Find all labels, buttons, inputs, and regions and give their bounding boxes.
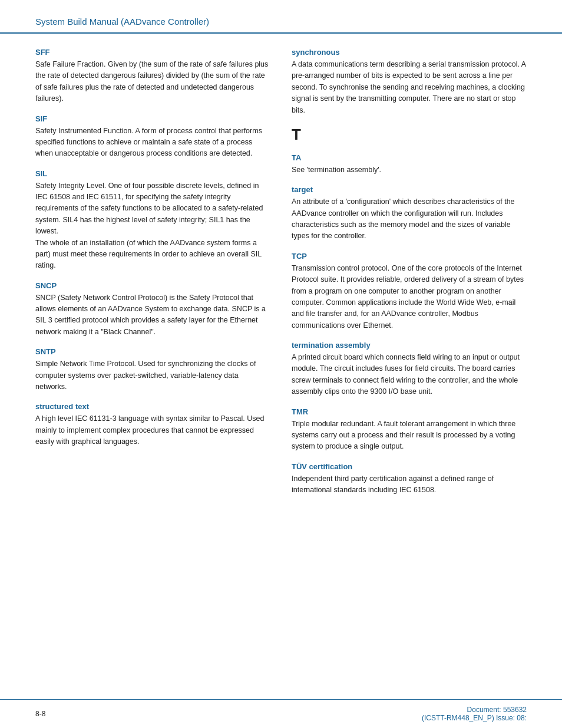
term-heading-target: target — [292, 185, 527, 194]
term-body-target: An attribute of a 'configuration' which … — [292, 196, 527, 242]
term-body-sntp: Simple Network Time Protocol. Used for s… — [35, 358, 270, 393]
page-footer: 8-8 Document: 553632 (ICSTT-RM448_EN_P) … — [0, 699, 562, 728]
term-heading-structured_text: structured text — [35, 402, 270, 411]
document-info: Document: 553632 (ICSTT-RM448_EN_P) Issu… — [422, 706, 527, 722]
term-body-ta: See 'termination assembly'. — [292, 164, 527, 176]
term-block-ta: TASee 'termination assembly'. — [292, 153, 527, 176]
term-block-termination_assembly: termination assemblyA printed circuit bo… — [292, 341, 527, 398]
term-block-sntp: SNTPSimple Network Time Protocol. Used f… — [35, 347, 270, 393]
right-column: synchronousA data communications term de… — [292, 48, 527, 505]
term-block-sff: SFFSafe Failure Fraction. Given by (the … — [35, 48, 270, 105]
term-heading-tmr: TMR — [292, 407, 527, 416]
document-number: Document: 553632 — [422, 706, 527, 714]
page-title: System Build Manual (AADvance Controller… — [35, 17, 209, 27]
term-heading-sil: SIL — [35, 169, 270, 178]
term-block-sif: SIFSafety Instrumented Function. A form … — [35, 114, 270, 160]
term-body-sif: Safety Instrumented Function. A form of … — [35, 126, 270, 160]
term-heading-T_section: T — [292, 126, 527, 144]
left-column: SFFSafe Failure Fraction. Given by (the … — [35, 48, 270, 505]
page-number: 8-8 — [35, 710, 45, 718]
term-body-structured_text: A high level IEC 61131-3 language with s… — [35, 413, 270, 447]
term-block-sncp: SNCPSNCP (Safety Network Control Protoco… — [35, 281, 270, 338]
term-heading-sntp: SNTP — [35, 347, 270, 356]
term-heading-synchronous: synchronous — [292, 48, 527, 57]
term-block-structured_text: structured textA high level IEC 61131-3 … — [35, 402, 270, 447]
term-body-sil: Safety Integrity Level. One of four poss… — [35, 180, 270, 238]
page-header: System Build Manual (AADvance Controller… — [0, 0, 562, 34]
term-block-T_section: T — [292, 126, 527, 144]
term-heading-tcp: TCP — [292, 252, 527, 261]
term-heading-sff: SFF — [35, 48, 270, 57]
term-block-synchronous: synchronousA data communications term de… — [292, 48, 527, 116]
term-body-sncp: SNCP (Safety Network Control Protocol) i… — [35, 292, 270, 338]
term-block-tmr: TMRTriple modular redundant. A fault tol… — [292, 407, 527, 453]
term-heading-sif: SIF — [35, 114, 270, 123]
term-block-tuv: TÜV certificationIndependent third party… — [292, 462, 527, 496]
page: System Build Manual (AADvance Controller… — [0, 0, 562, 728]
term-heading-tuv: TÜV certification — [292, 462, 527, 471]
term-body-synchronous: A data communications term describing a … — [292, 59, 527, 116]
term-heading-ta: TA — [292, 153, 527, 162]
term-body-sil-1: The whole of an installation (of which t… — [35, 238, 270, 272]
term-body-sff: Safe Failure Fraction. Given by (the sum… — [35, 59, 270, 105]
term-block-tcp: TCPTransmission control protocol. One of… — [292, 252, 527, 331]
content-area: SFFSafe Failure Fraction. Given by (the … — [0, 34, 562, 519]
document-detail: (ICSTT-RM448_EN_P) Issue: 08: — [422, 714, 527, 722]
term-body-tcp: Transmission control protocol. One of th… — [292, 263, 527, 331]
term-body-termination_assembly: A printed circuit board which connects f… — [292, 352, 527, 398]
term-body-tuv: Independent third party certification ag… — [292, 473, 527, 496]
term-body-tmr: Triple modular redundant. A fault tolera… — [292, 419, 527, 453]
term-block-target: targetAn attribute of a 'configuration' … — [292, 185, 527, 242]
term-heading-sncp: SNCP — [35, 281, 270, 290]
term-heading-termination_assembly: termination assembly — [292, 341, 527, 350]
term-block-sil: SILSafety Integrity Level. One of four p… — [35, 169, 270, 272]
